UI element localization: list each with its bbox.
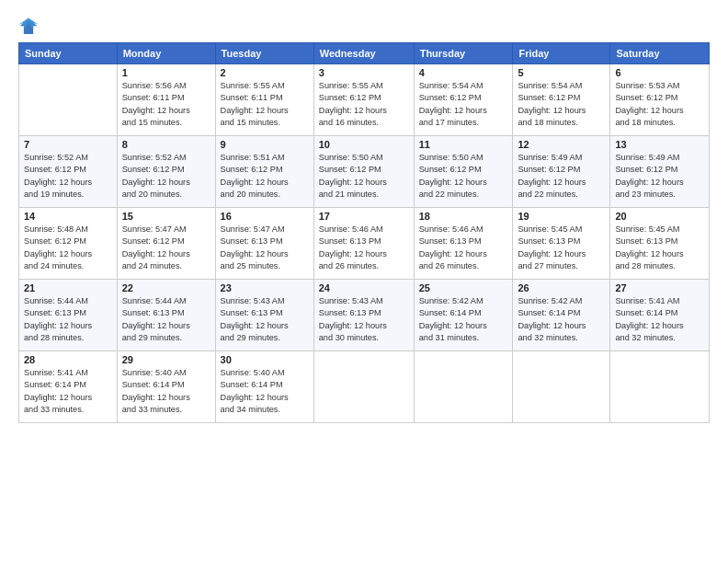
day-number: 22 (122, 282, 210, 293)
calendar-cell: 21Sunrise: 5:44 AM Sunset: 6:13 PM Dayli… (19, 280, 118, 351)
day-info: Sunrise: 5:46 AM Sunset: 6:13 PM Dayligh… (319, 224, 409, 272)
calendar-cell: 27Sunrise: 5:41 AM Sunset: 6:14 PM Dayli… (610, 280, 710, 351)
calendar-cell: 29Sunrise: 5:40 AM Sunset: 6:14 PM Dayli… (117, 351, 215, 423)
day-info: Sunrise: 5:50 AM Sunset: 6:12 PM Dayligh… (319, 152, 409, 201)
day-info: Sunrise: 5:55 AM Sunset: 6:12 PM Dayligh… (319, 80, 409, 129)
calendar-table: SundayMondayTuesdayWednesdayThursdayFrid… (18, 42, 710, 423)
day-number: 2 (221, 67, 309, 78)
day-info: Sunrise: 5:43 AM Sunset: 6:13 PM Dayligh… (221, 295, 309, 344)
calendar-cell: 9Sunrise: 5:51 AM Sunset: 6:12 PM Daylig… (215, 136, 313, 208)
calendar-cell: 11Sunrise: 5:50 AM Sunset: 6:12 PM Dayli… (414, 136, 513, 208)
day-number: 1 (122, 67, 210, 78)
day-number: 25 (419, 282, 508, 293)
calendar-cell: 1Sunrise: 5:56 AM Sunset: 6:11 PM Daylig… (117, 64, 215, 136)
header-friday: Friday (513, 43, 610, 64)
day-info: Sunrise: 5:41 AM Sunset: 6:14 PM Dayligh… (615, 295, 704, 344)
calendar-cell: 2Sunrise: 5:55 AM Sunset: 6:11 PM Daylig… (215, 64, 313, 136)
calendar-cell: 3Sunrise: 5:55 AM Sunset: 6:12 PM Daylig… (313, 64, 414, 136)
header-saturday: Saturday (610, 43, 710, 64)
day-number: 17 (319, 211, 409, 222)
day-number: 6 (615, 67, 704, 78)
day-number: 24 (319, 282, 409, 293)
calendar-cell: 19Sunrise: 5:45 AM Sunset: 6:13 PM Dayli… (513, 208, 610, 280)
calendar-cell (610, 351, 710, 423)
week-row-4: 21Sunrise: 5:44 AM Sunset: 6:13 PM Dayli… (19, 280, 710, 351)
calendar-cell: 30Sunrise: 5:40 AM Sunset: 6:14 PM Dayli… (215, 351, 313, 423)
day-number: 16 (221, 211, 309, 222)
week-row-3: 14Sunrise: 5:48 AM Sunset: 6:12 PM Dayli… (19, 208, 710, 280)
day-info: Sunrise: 5:54 AM Sunset: 6:12 PM Dayligh… (419, 80, 508, 129)
header-monday: Monday (117, 43, 215, 64)
logo-icon (18, 17, 39, 37)
day-number: 29 (122, 354, 210, 365)
day-info: Sunrise: 5:55 AM Sunset: 6:11 PM Dayligh… (221, 80, 309, 129)
day-info: Sunrise: 5:42 AM Sunset: 6:14 PM Dayligh… (419, 295, 508, 344)
day-number: 8 (122, 139, 210, 150)
day-number: 18 (419, 211, 508, 222)
day-number: 5 (518, 67, 605, 78)
day-info: Sunrise: 5:40 AM Sunset: 6:14 PM Dayligh… (122, 367, 210, 416)
calendar-cell: 10Sunrise: 5:50 AM Sunset: 6:12 PM Dayli… (313, 136, 414, 208)
calendar-cell (313, 351, 414, 423)
day-number: 27 (615, 282, 704, 293)
day-info: Sunrise: 5:54 AM Sunset: 6:12 PM Dayligh… (518, 80, 605, 129)
day-number: 12 (518, 139, 605, 150)
day-number: 13 (615, 139, 704, 150)
day-info: Sunrise: 5:47 AM Sunset: 6:13 PM Dayligh… (221, 224, 309, 272)
day-info: Sunrise: 5:48 AM Sunset: 6:12 PM Dayligh… (24, 224, 112, 272)
calendar-cell (19, 64, 118, 136)
day-number: 14 (24, 211, 112, 222)
calendar-cell (513, 351, 610, 423)
calendar-cell: 24Sunrise: 5:43 AM Sunset: 6:13 PM Dayli… (313, 280, 414, 351)
calendar-cell: 6Sunrise: 5:53 AM Sunset: 6:12 PM Daylig… (610, 64, 710, 136)
day-number: 23 (221, 282, 309, 293)
calendar-cell: 20Sunrise: 5:45 AM Sunset: 6:13 PM Dayli… (610, 208, 710, 280)
day-number: 3 (319, 67, 409, 78)
header (18, 17, 710, 37)
week-row-2: 7Sunrise: 5:52 AM Sunset: 6:12 PM Daylig… (19, 136, 710, 208)
calendar-cell: 26Sunrise: 5:42 AM Sunset: 6:14 PM Dayli… (513, 280, 610, 351)
day-number: 20 (615, 211, 704, 222)
week-row-1: 1Sunrise: 5:56 AM Sunset: 6:11 PM Daylig… (19, 64, 710, 136)
day-number: 11 (419, 139, 508, 150)
day-number: 7 (24, 139, 112, 150)
day-number: 26 (518, 282, 605, 293)
day-info: Sunrise: 5:42 AM Sunset: 6:14 PM Dayligh… (518, 295, 605, 344)
day-number: 28 (24, 354, 112, 365)
calendar-cell: 14Sunrise: 5:48 AM Sunset: 6:12 PM Dayli… (19, 208, 118, 280)
day-number: 21 (24, 282, 112, 293)
calendar-cell: 12Sunrise: 5:49 AM Sunset: 6:12 PM Dayli… (513, 136, 610, 208)
calendar-cell (414, 351, 513, 423)
header-tuesday: Tuesday (215, 43, 313, 64)
day-info: Sunrise: 5:51 AM Sunset: 6:12 PM Dayligh… (221, 152, 309, 201)
day-info: Sunrise: 5:47 AM Sunset: 6:12 PM Dayligh… (122, 224, 210, 272)
calendar-cell: 15Sunrise: 5:47 AM Sunset: 6:12 PM Dayli… (117, 208, 215, 280)
calendar-cell: 18Sunrise: 5:46 AM Sunset: 6:13 PM Dayli… (414, 208, 513, 280)
day-info: Sunrise: 5:40 AM Sunset: 6:14 PM Dayligh… (221, 367, 309, 416)
day-number: 15 (122, 211, 210, 222)
day-info: Sunrise: 5:50 AM Sunset: 6:12 PM Dayligh… (419, 152, 508, 201)
day-info: Sunrise: 5:45 AM Sunset: 6:13 PM Dayligh… (615, 224, 704, 272)
day-info: Sunrise: 5:44 AM Sunset: 6:13 PM Dayligh… (122, 295, 210, 344)
day-info: Sunrise: 5:52 AM Sunset: 6:12 PM Dayligh… (122, 152, 210, 201)
header-sunday: Sunday (19, 43, 118, 64)
calendar-cell: 4Sunrise: 5:54 AM Sunset: 6:12 PM Daylig… (414, 64, 513, 136)
day-number: 10 (319, 139, 409, 150)
day-info: Sunrise: 5:56 AM Sunset: 6:11 PM Dayligh… (122, 80, 210, 129)
header-wednesday: Wednesday (313, 43, 414, 64)
calendar-header-row: SundayMondayTuesdayWednesdayThursdayFrid… (19, 43, 710, 64)
day-info: Sunrise: 5:41 AM Sunset: 6:14 PM Dayligh… (24, 367, 112, 416)
day-info: Sunrise: 5:53 AM Sunset: 6:12 PM Dayligh… (615, 80, 704, 129)
week-row-5: 28Sunrise: 5:41 AM Sunset: 6:14 PM Dayli… (19, 351, 710, 423)
calendar-cell: 28Sunrise: 5:41 AM Sunset: 6:14 PM Dayli… (19, 351, 118, 423)
logo (18, 17, 42, 37)
calendar-cell: 13Sunrise: 5:49 AM Sunset: 6:12 PM Dayli… (610, 136, 710, 208)
calendar-cell: 23Sunrise: 5:43 AM Sunset: 6:13 PM Dayli… (215, 280, 313, 351)
calendar-cell: 25Sunrise: 5:42 AM Sunset: 6:14 PM Dayli… (414, 280, 513, 351)
day-info: Sunrise: 5:49 AM Sunset: 6:12 PM Dayligh… (615, 152, 704, 201)
calendar-cell: 8Sunrise: 5:52 AM Sunset: 6:12 PM Daylig… (117, 136, 215, 208)
day-number: 30 (221, 354, 309, 365)
day-number: 4 (419, 67, 508, 78)
day-info: Sunrise: 5:45 AM Sunset: 6:13 PM Dayligh… (518, 224, 605, 272)
day-number: 19 (518, 211, 605, 222)
